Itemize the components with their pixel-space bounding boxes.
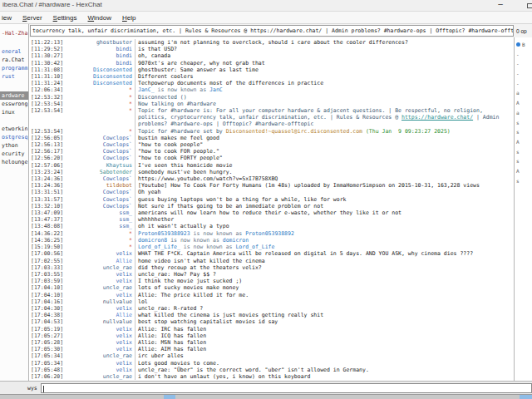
channel-tree-item[interactable]: programm — [0, 64, 28, 72]
userlist-item[interactable]: - — [515, 79, 532, 89]
chat-line: [12:56:13]Cowclops`"how to cook people" — [29, 141, 514, 148]
channel-tree-item[interactable]: ostgresq — [0, 133, 28, 141]
message-text: uncle_rae: R-rated ? — [135, 305, 514, 312]
channel-tree-item[interactable]: inux — [0, 108, 28, 116]
nick[interactable]: Allie — [66, 258, 135, 264]
nick[interactable]: tildebot — [66, 182, 135, 189]
message-input[interactable] — [41, 383, 532, 393]
nick[interactable]: Cowclops` — [66, 148, 135, 155]
nick[interactable]: Cowclops` — [66, 141, 135, 148]
message-segment: Topic for #hardware set by — [138, 128, 226, 135]
userlist-item[interactable]: A — [515, 166, 532, 176]
channel-tree-item[interactable]: ecurity — [0, 150, 28, 158]
userlist-item[interactable]: - — [515, 50, 532, 60]
userlist-item[interactable]: s — [515, 176, 532, 186]
nick[interactable]: Cowclops` — [66, 203, 135, 209]
main-area: -Hal-Zhaeneralra.Chatprogrammrustardware… — [0, 24, 532, 381]
channel-tree-item[interactable]: ardware — [0, 91, 28, 100]
nick[interactable]: ssm_ — [66, 209, 135, 216]
menu-item-window[interactable]: Window — [88, 14, 111, 22]
nick-button[interactable]: wys — [27, 385, 37, 392]
minimize-button[interactable]: – — [492, 0, 509, 8]
channel-tree-item[interactable]: rust — [0, 72, 28, 81]
userlist-item[interactable]: s — [515, 127, 532, 137]
nick[interactable]: ssm_ — [66, 223, 135, 229]
nick[interactable]: Cowclops` — [66, 189, 135, 195]
nick[interactable]: Disconsented — [66, 66, 135, 73]
nick[interactable]: velix — [66, 346, 135, 352]
nick[interactable]: ghostbuster — [66, 39, 135, 46]
nick[interactable]: velix — [66, 367, 135, 373]
timestamp: [17:05:28] — [29, 339, 66, 346]
topic-bar[interactable]: tocurrency talk, unfair discrimination, … — [30, 25, 514, 37]
message-segment: whhhhhether — [138, 216, 174, 223]
nick[interactable]: ssm_ — [66, 216, 135, 223]
nick[interactable]: uncle_rae — [66, 373, 135, 380]
maximize-button[interactable] — [527, 3, 532, 8]
userlist-item[interactable]: s — [515, 156, 532, 166]
message-text: oh, canada — [135, 52, 514, 59]
channel-tree-item[interactable]: helounge — [0, 158, 28, 166]
chat-line: [13:47:09]ssm_americans will now learn h… — [29, 209, 514, 216]
nick[interactable]: Cowclops` — [66, 135, 135, 141]
nick[interactable]: velix — [66, 271, 135, 278]
nick[interactable]: uncle_rae — [66, 284, 135, 291]
userlist-item[interactable]: a — [515, 108, 532, 118]
nick[interactable]: bindi — [66, 52, 135, 59]
nick[interactable]: velix — [66, 360, 135, 367]
channel-tree-item[interactable]: etworkin — [0, 125, 28, 133]
link[interactable]: https://hardware.chat/ — [401, 114, 473, 121]
menu-item-server[interactable]: Server — [22, 14, 42, 22]
nick[interactable]: bindi — [66, 46, 135, 52]
nick[interactable]: Sabotender — [66, 169, 135, 175]
chat-line: [17:05:34]velixLots good movies to come. — [29, 360, 514, 367]
nick[interactable]: nullvalue — [66, 318, 135, 325]
message-text: Allie: ICQ has fallen — [135, 332, 514, 339]
channel-tree-item[interactable]: ython — [0, 141, 28, 150]
nick[interactable]: velix — [66, 339, 135, 346]
nick[interactable]: Cowclops` — [66, 196, 135, 203]
nick[interactable]: bindi — [66, 60, 135, 66]
nick[interactable]: Cowclops` — [66, 155, 135, 161]
channel-tree-item[interactable]: -Hal-Zha — [0, 29, 28, 37]
nick[interactable]: nullvalue — [66, 298, 135, 305]
nick[interactable]: velix — [66, 305, 135, 312]
status-marker: * — [66, 86, 135, 93]
nick[interactable]: velix — [66, 326, 135, 332]
menu-item-settings[interactable]: Settings — [53, 14, 77, 22]
nick[interactable]: Khaytsus — [66, 162, 135, 169]
menu-item-iew[interactable]: iew — [2, 14, 12, 22]
userlist-item[interactable]: s — [515, 147, 532, 157]
userlist-item[interactable]: A — [515, 137, 532, 147]
message-text: Lots good movies to come. — [135, 360, 514, 367]
nick[interactable]: Allie — [66, 312, 135, 318]
status-marker: * — [66, 101, 135, 107]
userlist-item[interactable]: - — [515, 69, 532, 79]
userlist-item[interactable]: a — [515, 88, 532, 98]
nick[interactable]: velix — [66, 250, 135, 257]
userlist-item[interactable]: s — [515, 118, 532, 128]
nick[interactable]: velix — [66, 292, 135, 298]
message-text: Allie: The price killed it for me. — [135, 292, 514, 298]
title-bar[interactable]: ibera.Chat / #hardware - HexChat – — [0, 0, 532, 12]
userlist-item[interactable]: - — [515, 59, 532, 69]
userlist-item[interactable]: A — [515, 98, 532, 108]
nick[interactable]: velix — [66, 332, 135, 339]
taskbar-item[interactable] — [520, 395, 532, 399]
nick[interactable]: velix — [66, 278, 135, 284]
menu-item-help[interactable]: Help — [122, 14, 135, 22]
nick[interactable]: uncle_rae — [66, 264, 135, 271]
taskbar-item[interactable] — [164, 395, 175, 399]
message-segment: Allie: AIM has fallen — [138, 346, 206, 352]
channel-tree-item[interactable]: esswrong — [0, 100, 28, 108]
message-text: Now talking on #hardware — [135, 101, 514, 107]
nick[interactable]: uncle_rae — [66, 352, 135, 359]
nick[interactable]: Cowclops` — [66, 175, 135, 182]
channel-tree-item[interactable]: eneral — [0, 47, 28, 56]
message-text: bustin makes me feel good — [135, 135, 514, 141]
userlist-item[interactable]: B — [515, 40, 532, 50]
channel-tree-item[interactable]: ra.Chat — [0, 56, 28, 64]
nick[interactable]: Disconsented — [66, 73, 135, 80]
nick[interactable]: Disconsented — [66, 80, 135, 86]
userlist-item-label: B — [522, 40, 525, 50]
